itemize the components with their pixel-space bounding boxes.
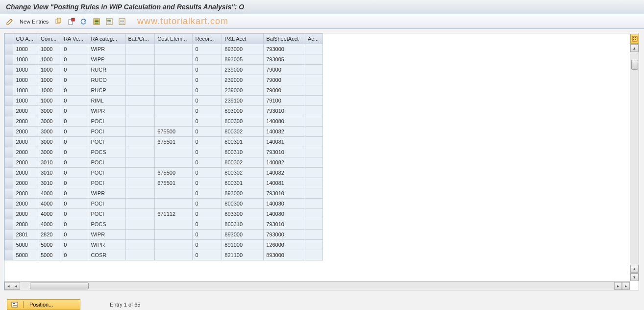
table-row[interactable]: 100010000WIPP0893005793005 xyxy=(5,54,323,65)
cell-com[interactable]: 3010 xyxy=(38,178,61,188)
cell-bal[interactable] xyxy=(125,127,155,137)
cell-racat[interactable]: RUCR xyxy=(88,65,125,75)
cell-ac[interactable] xyxy=(305,96,323,106)
position-button[interactable]: Position... xyxy=(7,299,80,310)
cell-cost[interactable]: 675501 xyxy=(155,137,193,147)
cell-com[interactable]: 4000 xyxy=(38,209,61,219)
cell-pl[interactable]: 893000 xyxy=(222,44,264,54)
cell-ac[interactable] xyxy=(305,116,323,127)
cell-ac[interactable] xyxy=(305,178,323,188)
cell-pl[interactable]: 239000 xyxy=(222,65,264,75)
table-row[interactable]: 100010000RUCP023900079000 xyxy=(5,85,323,96)
cell-rec[interactable]: 0 xyxy=(193,199,222,209)
cell-racat[interactable]: POCI xyxy=(88,178,125,188)
cell-com[interactable]: 3000 xyxy=(38,116,61,127)
cell-ac[interactable] xyxy=(305,44,323,54)
cell-rec[interactable]: 0 xyxy=(193,116,222,127)
row-handle[interactable] xyxy=(5,54,13,65)
row-handle[interactable] xyxy=(5,178,13,188)
cell-ac[interactable] xyxy=(305,137,323,147)
cell-cost[interactable] xyxy=(155,199,193,209)
table-row[interactable]: 200030100POCI0800302140082 xyxy=(5,157,323,168)
cell-cost[interactable] xyxy=(155,54,193,65)
cell-racat[interactable]: WIPR xyxy=(88,230,125,240)
cell-coa[interactable]: 2000 xyxy=(13,106,38,116)
cell-coa[interactable]: 2000 xyxy=(13,219,38,230)
cell-coa[interactable]: 1000 xyxy=(13,75,38,85)
table-row[interactable]: 500050000WIPR0891000126000 xyxy=(5,240,323,250)
cell-pl[interactable]: 800302 xyxy=(222,127,264,137)
cell-ac[interactable] xyxy=(305,157,323,168)
vertical-scrollbar[interactable]: ▴ ▴ ▾ xyxy=(630,44,639,281)
cell-coa[interactable]: 1000 xyxy=(13,85,38,96)
cell-bal[interactable] xyxy=(125,54,155,65)
cell-rec[interactable]: 0 xyxy=(193,219,222,230)
cell-rav[interactable]: 0 xyxy=(61,199,88,209)
cell-com[interactable]: 1000 xyxy=(38,65,61,75)
cell-bs[interactable]: 140081 xyxy=(264,178,305,188)
cell-rec[interactable]: 0 xyxy=(193,250,222,260)
cell-coa[interactable]: 2000 xyxy=(13,168,38,178)
cell-bal[interactable] xyxy=(125,230,155,240)
cell-coa[interactable]: 2000 xyxy=(13,209,38,219)
cell-racat[interactable]: POCI xyxy=(88,127,125,137)
cell-rec[interactable]: 0 xyxy=(193,147,222,157)
col-header-com[interactable]: Com... xyxy=(38,34,61,44)
cell-bal[interactable] xyxy=(125,75,155,85)
cell-ac[interactable] xyxy=(305,240,323,250)
cell-bal[interactable] xyxy=(125,188,155,199)
cell-bs[interactable]: 793005 xyxy=(264,54,305,65)
cell-bal[interactable] xyxy=(125,65,155,75)
cell-bs[interactable]: 793000 xyxy=(264,230,305,240)
cell-com[interactable]: 3010 xyxy=(38,157,61,168)
cell-ac[interactable] xyxy=(305,219,323,230)
cell-racat[interactable]: RUCO xyxy=(88,75,125,85)
cell-com[interactable]: 3000 xyxy=(38,147,61,157)
cell-com[interactable]: 4000 xyxy=(38,199,61,209)
table-row[interactable]: 200040000POCI6711120893300140080 xyxy=(5,209,323,219)
cell-bal[interactable] xyxy=(125,219,155,230)
cell-cost[interactable] xyxy=(155,250,193,260)
cell-coa[interactable]: 1000 xyxy=(13,44,38,54)
cell-coa[interactable]: 2000 xyxy=(13,178,38,188)
cell-rav[interactable]: 0 xyxy=(61,230,88,240)
scroll-left-icon[interactable]: ◂ xyxy=(4,282,12,290)
cell-ac[interactable] xyxy=(305,168,323,178)
cell-rec[interactable]: 0 xyxy=(193,96,222,106)
cell-coa[interactable]: 5000 xyxy=(13,250,38,260)
cell-rec[interactable]: 0 xyxy=(193,44,222,54)
cell-ac[interactable] xyxy=(305,127,323,137)
cell-pl[interactable]: 891000 xyxy=(222,240,264,250)
cell-bs[interactable]: 893000 xyxy=(264,250,305,260)
table-row[interactable]: 200040000WIPR0893000793010 xyxy=(5,188,323,199)
cell-racat[interactable]: RIML xyxy=(88,96,125,106)
cell-coa[interactable]: 1000 xyxy=(13,54,38,65)
cell-coa[interactable]: 2000 xyxy=(13,127,38,137)
col-header-bal[interactable]: Bal./Cr... xyxy=(125,34,155,44)
cell-rav[interactable]: 0 xyxy=(61,240,88,250)
cell-cost[interactable] xyxy=(155,116,193,127)
row-handle[interactable] xyxy=(5,65,13,75)
row-handle[interactable] xyxy=(5,250,13,260)
cell-bs[interactable]: 793010 xyxy=(264,147,305,157)
cell-racat[interactable]: WIPR xyxy=(88,44,125,54)
cell-racat[interactable]: POCI xyxy=(88,157,125,168)
col-header-coa[interactable]: CO A... xyxy=(13,34,38,44)
undo-icon[interactable] xyxy=(79,17,89,26)
cell-bal[interactable] xyxy=(125,240,155,250)
col-header-rec[interactable]: Recor... xyxy=(193,34,222,44)
cell-pl[interactable]: 239000 xyxy=(222,85,264,96)
cell-com[interactable]: 3010 xyxy=(38,168,61,178)
cell-coa[interactable]: 2000 xyxy=(13,199,38,209)
cell-bs[interactable]: 140080 xyxy=(264,116,305,127)
row-handle[interactable] xyxy=(5,137,13,147)
cell-pl[interactable]: 821100 xyxy=(222,250,264,260)
cell-rec[interactable]: 0 xyxy=(193,209,222,219)
cell-rav[interactable]: 0 xyxy=(61,250,88,260)
cell-bs[interactable]: 79000 xyxy=(264,75,305,85)
row-handle[interactable] xyxy=(5,44,13,54)
table-row[interactable]: 100010000RUCO023900079000 xyxy=(5,75,323,85)
cell-bs[interactable]: 79000 xyxy=(264,85,305,96)
cell-rav[interactable]: 0 xyxy=(61,54,88,65)
row-handle[interactable] xyxy=(5,219,13,230)
